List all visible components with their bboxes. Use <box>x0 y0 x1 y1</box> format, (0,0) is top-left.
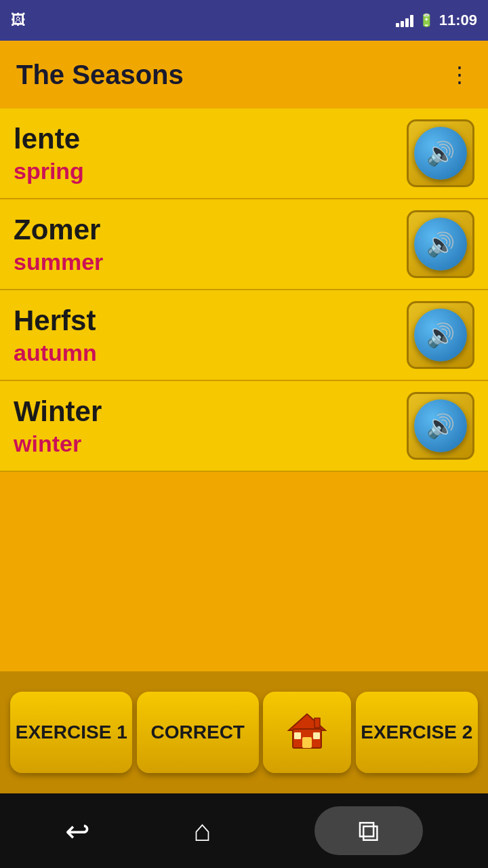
back-icon: ↩ <box>65 814 90 848</box>
app-bar: The Seasons ⋮ <box>0 41 488 108</box>
speaker-circle-zomer: 🔊 <box>414 218 467 271</box>
recents-icon: ⧉ <box>358 814 379 848</box>
svg-rect-5 <box>314 718 320 728</box>
nav-bar: ↩ ⌂ ⧉ <box>0 793 488 868</box>
battery-icon: 🔋 <box>419 13 434 28</box>
speaker-icon-lente: 🔊 <box>426 140 455 167</box>
dutch-word-winter: Winter <box>14 395 102 428</box>
speaker-button-herfst[interactable]: 🔊 <box>407 301 474 369</box>
speaker-button-winter[interactable]: 🔊 <box>407 392 474 460</box>
home-nav-icon: ⌂ <box>193 814 211 848</box>
status-time: 11:09 <box>439 12 477 29</box>
home-button[interactable] <box>263 692 351 773</box>
speaker-circle-lente: 🔊 <box>414 127 467 180</box>
exercise1-button[interactable]: EXERCISE 1 <box>10 692 132 773</box>
vocab-item-winter: Winter winter 🔊 <box>0 381 488 472</box>
recents-nav-button[interactable]: ⧉ <box>314 806 423 855</box>
english-word-zomer: summer <box>14 249 103 275</box>
speaker-icon-zomer: 🔊 <box>426 231 455 258</box>
photo-icon: 🖼 <box>11 12 26 29</box>
vocab-text-lente: lente spring <box>14 123 84 184</box>
speaker-circle-winter: 🔊 <box>414 399 467 452</box>
empty-area <box>0 472 488 671</box>
signal-icon <box>396 14 413 27</box>
svg-rect-4 <box>313 732 320 739</box>
status-left: 🖼 <box>11 12 26 29</box>
vocab-text-winter: Winter winter <box>14 395 102 457</box>
vocab-item-herfst: Herfst autumn 🔊 <box>0 290 488 381</box>
english-word-lente: spring <box>14 158 84 184</box>
speaker-circle-herfst: 🔊 <box>414 309 467 361</box>
status-right: 🔋 11:09 <box>396 12 477 29</box>
vocab-item-lente: lente spring 🔊 <box>0 108 488 199</box>
exercise2-button[interactable]: EXERCISE 2 <box>356 692 478 773</box>
status-bar: 🖼 🔋 11:09 <box>0 0 488 41</box>
speaker-button-lente[interactable]: 🔊 <box>407 119 474 187</box>
speaker-icon-winter: 🔊 <box>426 412 455 439</box>
correct-button[interactable]: CORRECT <box>137 692 259 773</box>
home-icon <box>283 709 331 756</box>
menu-button[interactable]: ⋮ <box>449 62 472 87</box>
vocab-text-zomer: Zomer summer <box>14 214 103 275</box>
vocab-item-zomer: Zomer summer 🔊 <box>0 199 488 290</box>
dutch-word-herfst: Herfst <box>14 304 97 337</box>
app-title: The Seasons <box>16 60 184 90</box>
vocab-list: lente spring 🔊 Zomer summer 🔊 <box>0 108 488 472</box>
speaker-icon-herfst: 🔊 <box>426 321 455 349</box>
vocab-text-herfst: Herfst autumn <box>14 304 97 366</box>
english-word-herfst: autumn <box>14 340 97 366</box>
home-nav-button[interactable]: ⌂ <box>193 814 211 848</box>
dutch-word-zomer: Zomer <box>14 214 103 246</box>
svg-rect-2 <box>302 737 312 748</box>
back-nav-button[interactable]: ↩ <box>65 814 90 848</box>
main-content: lente spring 🔊 Zomer summer 🔊 <box>0 108 488 671</box>
english-word-winter: winter <box>14 431 102 457</box>
speaker-button-zomer[interactable]: 🔊 <box>407 210 474 278</box>
svg-rect-3 <box>294 732 301 739</box>
bottom-button-area: EXERCISE 1 CORRECT EXERCISE 2 <box>0 671 488 793</box>
dutch-word-lente: lente <box>14 123 84 155</box>
